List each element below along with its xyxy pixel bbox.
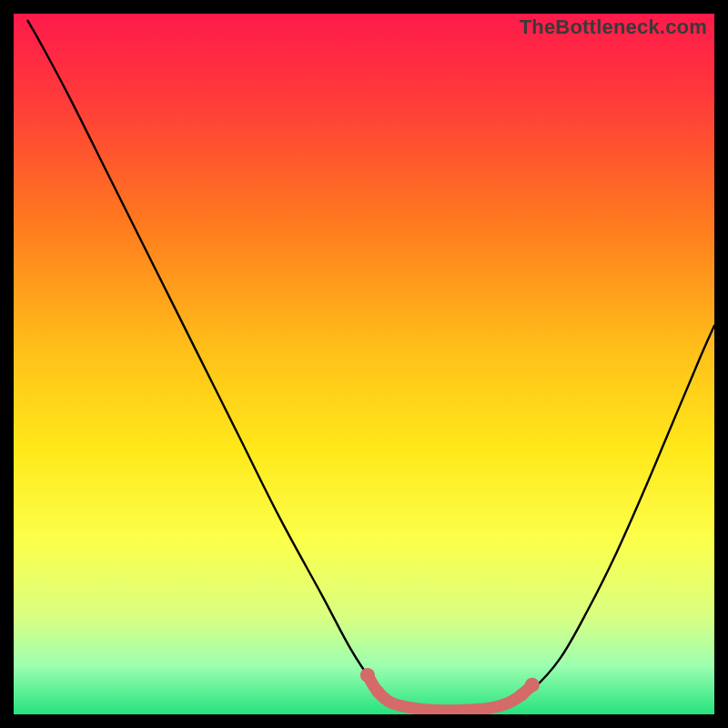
svg-point-1 xyxy=(531,682,534,686)
chart-frame: TheBottleneck.com xyxy=(14,14,714,714)
svg-point-0 xyxy=(366,672,369,676)
gradient-background xyxy=(14,14,714,714)
watermark-text: TheBottleneck.com xyxy=(520,15,707,39)
marker-bead xyxy=(515,688,528,701)
chart-canvas xyxy=(14,14,714,714)
marker-bead xyxy=(371,685,384,698)
